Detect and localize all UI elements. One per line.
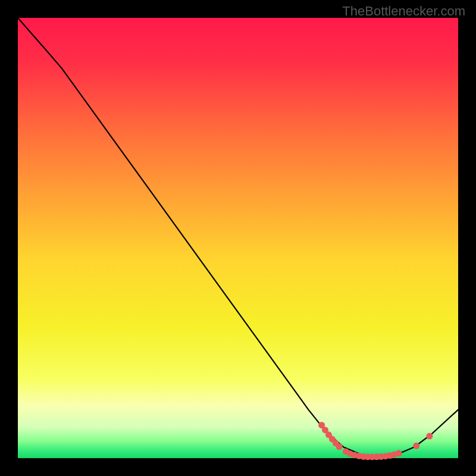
data-marker xyxy=(336,443,343,450)
bottleneck-chart xyxy=(0,0,476,476)
data-marker xyxy=(413,443,419,449)
plot-background xyxy=(18,18,458,458)
data-marker xyxy=(396,450,402,456)
watermark-label: TheBottlenecker.com xyxy=(342,4,465,19)
chart-container: TheBottlenecker.com xyxy=(0,0,476,476)
data-marker xyxy=(426,433,433,440)
